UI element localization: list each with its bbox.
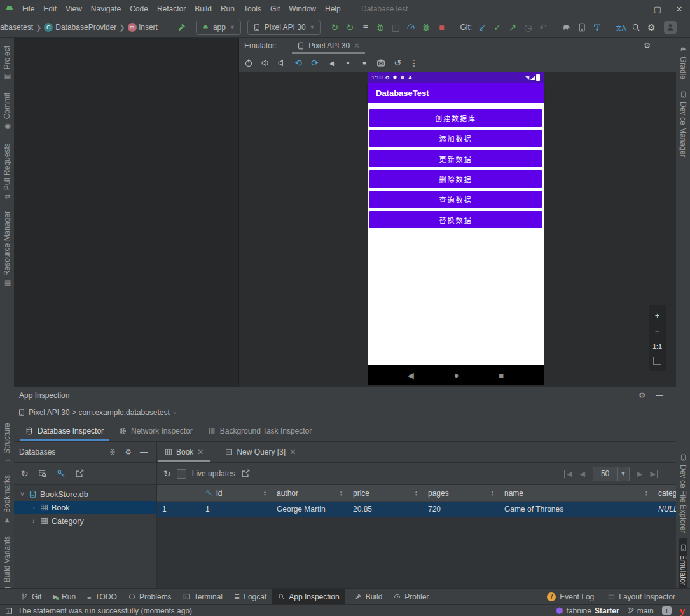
menu-navigate[interactable]: Navigate [86,4,125,13]
run-with-coverage-button[interactable]: ≡ [357,20,373,35]
run-button[interactable]: ↻ [327,20,342,35]
sort-icon[interactable]: ▲▼ [263,490,266,496]
stripe-device-file-explorer[interactable]: Device File Explorer [679,448,687,538]
update-data-button[interactable]: 更新数据 [369,150,542,167]
gradle-sync-button[interactable] [559,20,574,35]
tab-new-query[interactable]: New Query [3] ✕ [219,441,302,462]
volume-down-button[interactable] [275,55,289,71]
zoom-reset-button[interactable]: 1:1 [652,343,661,350]
back-button[interactable]: ◀ [324,55,338,71]
stripe-emulator[interactable]: Emulator [679,538,687,591]
toolbtn-app-inspection[interactable]: App Inspection [272,589,345,605]
tree-item-database[interactable]: ˅ BookStore.db [14,488,156,501]
refresh-icon[interactable]: ↻ [21,469,29,479]
stripe-commit[interactable]: ◉Commit [3,87,11,137]
column-header-author[interactable]: author▲▼ [272,485,348,501]
zoom-in-button[interactable]: + [655,311,660,320]
volume-up-button[interactable] [258,55,272,71]
user-avatar[interactable] [664,21,677,34]
tabnine-widget[interactable]: ⬢ tabnine Starter [556,606,619,615]
column-header-category-id[interactable]: category_id▲▼ [653,485,676,501]
more-options-button[interactable]: ⋮ [407,55,421,71]
maximize-button[interactable]: ▢ [647,0,668,18]
toolbtn-logcat[interactable]: ≣Logcat [228,589,272,605]
sdk-manager-button[interactable] [590,20,605,35]
toolbtn-event-log[interactable]: 7Event Log [541,589,600,605]
gear-icon[interactable]: ⚙ [644,41,651,50]
tab-background-task-inspector[interactable]: Background Task Inspector [200,421,320,441]
git-push-button[interactable]: ↗ [505,20,520,35]
collapse-all-icon[interactable] [109,448,116,456]
menu-code[interactable]: Code [125,4,153,13]
minimize-icon[interactable]: — [140,448,148,456]
last-page-button[interactable]: ▶ [651,470,658,478]
cell-name[interactable]: Game of Thrones [499,502,653,517]
breadcrumb-method[interactable]: insert [139,23,158,32]
sort-icon[interactable]: ▲▼ [415,490,418,496]
zoom-out-button[interactable]: − [655,327,660,336]
screenshot-button[interactable] [374,55,388,71]
home-button[interactable]: ● [341,55,355,71]
stripe-pull-requests[interactable]: ⇅Pull Requests [3,137,11,205]
phone-screen[interactable]: 1:10 ⚙ ◥ ◢ DatabaseTest 创建数据库 添加 [368,72,544,385]
menu-view[interactable]: View [61,4,86,13]
previous-page-button[interactable]: ◀ [580,470,585,478]
gear-icon[interactable]: ⚙ [125,448,132,456]
android-back-button[interactable]: ◀ [408,371,414,380]
replace-data-button[interactable]: 替换数据 [369,211,542,228]
tree-item-table-book[interactable]: › Book [14,501,156,514]
git-commit-button[interactable]: ✓ [490,20,505,35]
power-button[interactable] [242,55,256,71]
sort-icon[interactable]: ▲▼ [645,490,648,496]
menu-window[interactable]: Window [284,4,321,13]
menu-file[interactable]: File [18,4,39,13]
close-tab-icon[interactable]: ✕ [354,41,360,50]
breadcrumb-class[interactable]: DatabaseProvider [55,23,116,32]
android-home-button[interactable]: ● [454,371,459,380]
keep-connections-open-icon[interactable] [57,469,66,478]
first-page-button[interactable]: ◀ [564,470,572,478]
run-configuration-select[interactable]: app ▼ [196,20,241,35]
toolbtn-todo[interactable]: ≡TODO [81,589,123,605]
close-tab-icon[interactable]: ✕ [289,448,296,456]
overview-button[interactable]: ■ [357,55,371,71]
settings-button[interactable]: ⚙ [644,20,659,35]
debug-button[interactable] [373,20,388,35]
build-hammer-button[interactable] [174,20,190,35]
toolbtn-problems[interactable]: Problems [123,589,177,605]
refresh-icon[interactable]: ↻ [163,469,171,479]
breadcrumb-root[interactable]: abasetest [0,23,33,32]
search-everywhere-button[interactable] [628,20,644,35]
toolbtn-run[interactable]: ▶Run [47,589,81,605]
git-history-button[interactable]: ◷ [520,20,535,35]
export-icon[interactable] [75,469,84,478]
stop-button[interactable]: ■ [434,20,449,35]
tab-network-inspector[interactable]: Network Inspector [111,421,200,441]
menu-tools[interactable]: Tools [239,4,266,13]
target-device-select[interactable]: Pixel API 30 ▼ [247,20,321,35]
column-header-name[interactable]: name▲▼ [499,485,653,501]
minimize-icon[interactable]: — [661,41,668,50]
notifications-icon[interactable]: ! [662,606,672,615]
git-branch-widget[interactable]: main [628,606,654,615]
toolbtn-git[interactable]: Git [15,589,47,605]
git-update-button[interactable]: ↙ [474,20,490,35]
attach-debugger-button[interactable]: ◫ [388,20,403,35]
minimize-button[interactable]: — [625,0,647,18]
cell-id[interactable]: 1 [200,502,272,517]
tree-item-table-category[interactable]: › Category [14,514,156,528]
cell-price[interactable]: 20.85 [348,502,423,517]
sort-icon[interactable]: ▲▼ [340,490,343,496]
add-data-button[interactable]: 添加数据 [369,130,542,147]
menu-refactor[interactable]: Refactor [153,4,190,13]
stripe-device-manager[interactable]: Device Manager [679,85,687,163]
snapshots-button[interactable]: ↺ [390,55,404,71]
fit-to-window-button[interactable] [653,357,661,365]
delete-data-button[interactable]: 删除数据 [369,170,542,188]
column-header-pages[interactable]: pages▲▼ [423,485,499,501]
cell-category-id[interactable]: NULL [653,502,676,517]
menu-git[interactable]: Git [266,4,284,13]
tab-book[interactable]: Book ✕ [158,441,210,462]
tool-window-toggle-icon[interactable] [5,607,13,615]
toolbtn-layout-inspector[interactable]: Layout Inspector [602,589,681,605]
